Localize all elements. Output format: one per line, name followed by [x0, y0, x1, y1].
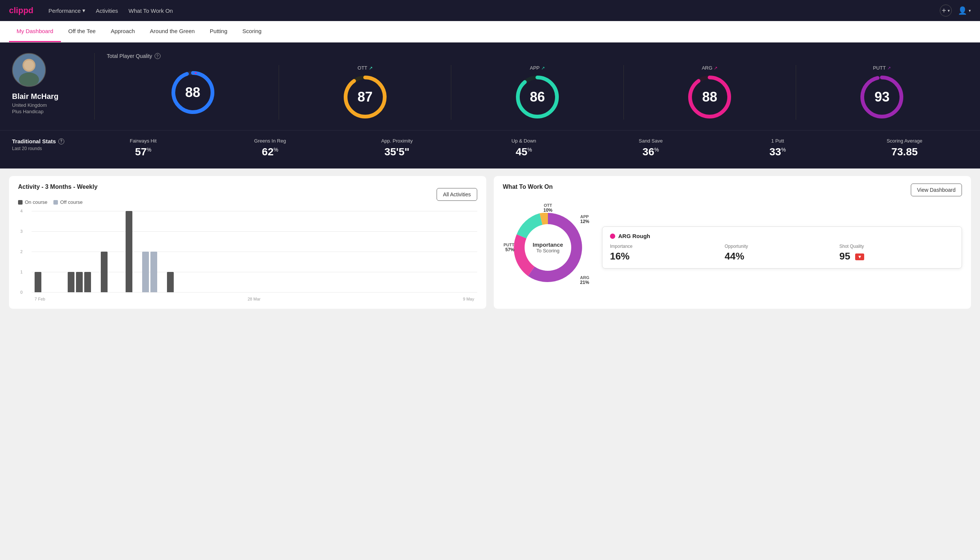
work-on-card: What To Work On View Dashboard — [494, 176, 971, 309]
svg-point-3 — [24, 60, 34, 70]
ott-circle: 87 — [343, 75, 388, 120]
stat-proximity: App. Proximity 35'5" — [334, 138, 460, 158]
donut-center: Importance To Scoring — [533, 242, 563, 253]
tab-approach[interactable]: Approach — [103, 21, 142, 42]
app-donut-label: APP 12% — [580, 214, 589, 224]
chevron-down-icon: ▾ — [969, 8, 971, 13]
stats-sublabel: Last 20 rounds — [12, 146, 80, 151]
stat-updown: Up & Down 45% — [460, 138, 587, 158]
x-label-may: 9 May — [463, 297, 474, 301]
shot-quality-badge: ▼ — [855, 253, 864, 260]
info-stat-shot-quality: Shot Quality 95 ▼ — [839, 244, 954, 262]
work-card-header: What To Work On View Dashboard — [503, 183, 962, 196]
info-card: ARG Rough Importance 16% Opportunity 44%… — [602, 227, 962, 268]
player-handicap: Plus Handicap — [12, 109, 43, 114]
player-profile: Blair McHarg United Kingdom Plus Handica… — [12, 53, 95, 120]
chart-legend: On course Off course — [18, 199, 97, 205]
app-value: 86 — [530, 89, 545, 105]
bar-item — [126, 211, 132, 292]
score-tpq: 88 — [107, 65, 279, 120]
player-country: United Kingdom — [12, 102, 47, 108]
stat-sandsave: Sand Save 36% — [587, 138, 714, 158]
putt-value: 93 — [874, 89, 889, 105]
stat-fairways: Fairways Hit 57% — [80, 138, 206, 158]
avatar — [12, 53, 46, 87]
arg-label: ARG ↗ — [702, 65, 717, 71]
stats-help-icon[interactable]: ? — [58, 138, 64, 144]
ott-value: 87 — [358, 89, 373, 105]
bar-item — [150, 252, 157, 292]
user-menu[interactable]: 👤 ▾ — [958, 6, 971, 15]
putt-donut-label: PUTT 57% — [504, 243, 514, 252]
plus-icon: + — [942, 7, 946, 15]
tab-scoring[interactable]: Scoring — [235, 21, 269, 42]
bar-item — [76, 272, 83, 292]
info-stat-importance: Importance 16% — [610, 244, 725, 262]
info-card-header: ARG Rough — [610, 233, 954, 239]
donut-center-sub: To Scoring — [533, 248, 563, 253]
tab-putting[interactable]: Putting — [202, 21, 235, 42]
chevron-down-icon: ▾ — [82, 7, 85, 14]
nav-right: + ▾ 👤 ▾ — [940, 5, 971, 17]
putt-circle: 93 — [859, 75, 904, 120]
nav-links: Performance ▾ Activities What To Work On — [48, 7, 940, 14]
arg-value: 88 — [702, 89, 717, 105]
tab-off-the-tee[interactable]: Off the Tee — [61, 21, 103, 42]
player-name: Blair McHarg — [12, 92, 58, 101]
x-label-mar: 28 Mar — [248, 297, 260, 301]
activity-card-header: Activity - 3 Months - Weekly On course O… — [18, 183, 477, 205]
scores-row: 88 OTT ↗ 87 APP — [107, 65, 968, 120]
stats-label-col: Traditional Stats ? Last 20 rounds — [12, 138, 80, 151]
info-card-title: ARG Rough — [618, 233, 650, 239]
app-trend-icon: ↗ — [541, 65, 545, 71]
help-icon[interactable]: ? — [155, 53, 161, 59]
x-label-feb: 7 Feb — [35, 297, 45, 301]
donut-chart-container: Importance To Scoring OTT 10% APP 12% AR… — [503, 202, 593, 293]
score-app: APP ↗ 86 — [451, 65, 624, 120]
arg-circle: 88 — [687, 75, 732, 120]
donut-center-title: Importance — [533, 242, 563, 248]
activity-card: Activity - 3 Months - Weekly On course O… — [9, 176, 486, 309]
legend-off-course: Off course — [53, 199, 83, 205]
stats-title: Traditional Stats ? — [12, 138, 80, 144]
score-ott: OTT ↗ 87 — [279, 65, 451, 120]
bar-item — [35, 272, 42, 292]
ott-label: OTT ↗ — [358, 65, 373, 71]
ott-trend-icon: ↗ — [369, 65, 373, 71]
bottom-section: Activity - 3 Months - Weekly On course O… — [0, 168, 980, 316]
bar-item — [84, 272, 91, 292]
tabs-bar: My Dashboard Off the Tee Approach Around… — [0, 21, 980, 42]
work-content: Importance To Scoring OTT 10% APP 12% AR… — [503, 202, 962, 293]
stat-oneputt: 1 Putt 33% — [714, 138, 841, 158]
putt-label: PUTT ↗ — [873, 65, 891, 71]
nav-what-to-work-on[interactable]: What To Work On — [129, 7, 173, 14]
work-card-title: What To Work On — [503, 183, 553, 190]
nav-performance[interactable]: Performance ▾ — [48, 7, 85, 14]
all-activities-button[interactable]: All Activities — [437, 188, 477, 201]
info-stats: Importance 16% Opportunity 44% Shot Qual… — [610, 244, 954, 262]
top-nav: clippd Performance ▾ Activities What To … — [0, 0, 980, 21]
view-dashboard-button[interactable]: View Dashboard — [911, 183, 962, 196]
x-labels: 7 Feb 28 Mar 9 May — [32, 297, 477, 301]
legend-on-course: On course — [18, 199, 47, 205]
bar-item — [101, 252, 108, 292]
user-icon: 👤 — [958, 6, 967, 15]
app-label: APP ↗ — [530, 65, 545, 71]
chevron-down-icon: ▾ — [948, 8, 950, 13]
stat-scoring: Scoring Average 73.85 — [841, 138, 968, 158]
hero-section: Blair McHarg United Kingdom Plus Handica… — [0, 42, 980, 130]
svg-point-2 — [19, 73, 39, 87]
bar-chart: 01234 7 Feb 28 Mar 9 May — [18, 211, 477, 301]
add-button[interactable]: + ▾ — [940, 5, 952, 17]
tab-my-dashboard[interactable]: My Dashboard — [9, 21, 61, 42]
putt-trend-icon: ↗ — [887, 65, 891, 71]
tab-around-the-green[interactable]: Around the Green — [143, 21, 202, 42]
arg-donut-label: ARG 21% — [580, 275, 589, 285]
tpq-value: 88 — [185, 85, 200, 100]
activity-card-title: Activity - 3 Months - Weekly — [18, 183, 97, 190]
tpq-label: Total Player Quality ? — [107, 53, 161, 59]
bar-item — [68, 272, 75, 292]
nav-activities[interactable]: Activities — [96, 7, 118, 14]
ott-donut-label: OTT 10% — [543, 203, 552, 213]
score-putt: PUTT ↗ 93 — [796, 65, 968, 120]
